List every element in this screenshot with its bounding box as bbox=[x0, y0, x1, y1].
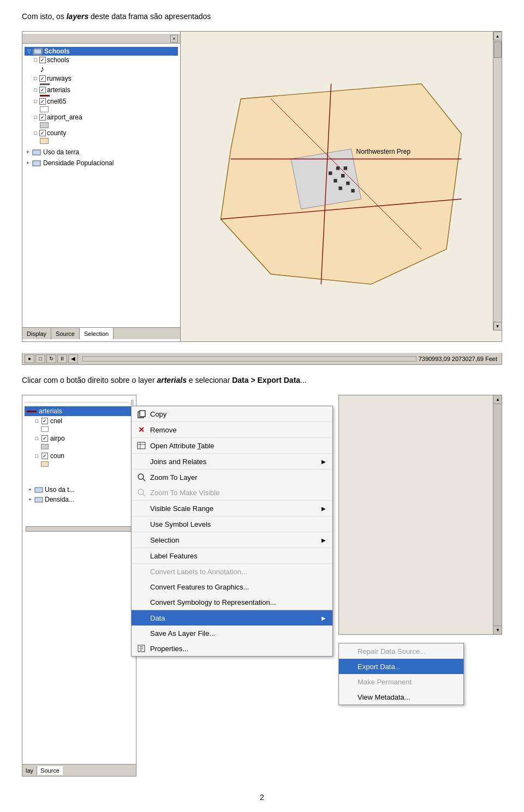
schools-child-label: schools bbox=[47, 56, 69, 64]
cnel-label-2: cnel bbox=[50, 417, 62, 425]
symbol-county bbox=[25, 137, 178, 145]
menu-item-selection[interactable]: Selection ▶ bbox=[132, 532, 332, 548]
menu-item-joins[interactable]: Joins and Relates ▶ bbox=[132, 454, 332, 470]
layer-cnel65[interactable]: □ cnel65 bbox=[25, 97, 178, 106]
scroll-down-button[interactable]: ▼ bbox=[493, 322, 502, 330]
square-button[interactable]: □ bbox=[35, 354, 45, 363]
scroll-up-button[interactable]: ▲ bbox=[493, 32, 502, 40]
map2-vscroll[interactable]: ▲ ▼ bbox=[493, 395, 502, 634]
submenu-item-export[interactable]: Export Data... bbox=[339, 659, 463, 674]
toc-panel: × ▽ Schools □ schools bbox=[22, 32, 181, 341]
pause-button[interactable]: ⏸ bbox=[57, 354, 67, 363]
expand-icon-runways: □ bbox=[32, 75, 39, 82]
back-button[interactable]: ◀ bbox=[68, 354, 78, 363]
layer-densidade[interactable]: + Densidade Populacional bbox=[25, 159, 178, 167]
menu-item-symbol-levels[interactable]: Use Symbol Levels bbox=[132, 516, 332, 532]
expand-icon-uso: + bbox=[25, 149, 31, 155]
menu-item-label-features[interactable]: Label Features bbox=[132, 548, 332, 564]
checkbox-county[interactable] bbox=[39, 130, 46, 136]
checkbox-schools[interactable] bbox=[39, 57, 46, 63]
arterials-line-sym bbox=[27, 411, 37, 412]
checkbox-airport[interactable] bbox=[39, 114, 46, 121]
visible-scale-label: Visible Scale Range bbox=[150, 504, 213, 513]
properties-label: Properties... bbox=[150, 645, 188, 653]
checkbox-cnel65[interactable] bbox=[39, 98, 46, 105]
menu-item-open-attr[interactable]: Open Attribute Table bbox=[132, 438, 332, 454]
scroll-thumb-v[interactable] bbox=[494, 41, 502, 58]
globe-button[interactable]: ● bbox=[25, 354, 34, 363]
layer-airport[interactable]: □ airport_area bbox=[25, 113, 178, 122]
toc-tabs: Display Source Selection bbox=[22, 327, 180, 339]
layer-arterials-2[interactable]: arterials bbox=[25, 406, 134, 416]
layer-airpo-2[interactable]: □ airpo bbox=[25, 434, 134, 442]
tab2-source[interactable]: Source bbox=[37, 766, 63, 775]
intro-paragraph: Com isto, os layers deste data frama são… bbox=[22, 11, 502, 22]
scroll2-track bbox=[493, 404, 502, 625]
layer-arterials[interactable]: □ arterials bbox=[25, 86, 178, 94]
scroll2-down[interactable]: ▼ bbox=[493, 625, 502, 634]
toc-close-button[interactable]: × bbox=[170, 35, 178, 43]
toc2-scroll[interactable] bbox=[26, 526, 133, 532]
chk-airpo[interactable] bbox=[41, 435, 48, 442]
checkbox-runways[interactable] bbox=[39, 75, 46, 82]
coords-display: 7390993,09 2073027,69 Feet bbox=[419, 356, 502, 362]
menu-item-data[interactable]: Data ▶ bbox=[132, 610, 332, 625]
menu-item-convert-labels: Convert Labels to Annotation... bbox=[132, 564, 332, 579]
convert-features-label: Convert Features to Graphics... bbox=[150, 583, 249, 591]
data-arrow: ▶ bbox=[317, 615, 326, 621]
menu-item-properties[interactable]: Properties... bbox=[132, 641, 332, 656]
uso-stack-icon bbox=[32, 148, 41, 156]
menu-item-save-layer[interactable]: Save As Layer File... bbox=[132, 625, 332, 641]
svg-rect-25 bbox=[140, 411, 145, 417]
densidade-label-2: Densida... bbox=[45, 496, 74, 503]
submenu-item-metadata[interactable]: View Metadata... bbox=[339, 689, 463, 705]
visible-scale-arrow: ▶ bbox=[317, 506, 326, 512]
layer-county[interactable]: □ county bbox=[25, 129, 178, 137]
layer-cnel-2[interactable]: □ cnel bbox=[25, 416, 134, 425]
menu-item-zoom-layer[interactable]: Zoom To Layer bbox=[132, 470, 332, 485]
layer-uso-2[interactable]: + Uso da t... bbox=[25, 485, 134, 495]
map2-content bbox=[339, 395, 493, 634]
convert-features-icon bbox=[136, 581, 147, 592]
toc-content: ▽ Schools □ schools ♪ bbox=[22, 45, 180, 327]
scroll-bar-h[interactable] bbox=[82, 356, 416, 362]
tab-display[interactable]: Display bbox=[22, 328, 51, 339]
scroll2-up[interactable]: ▲ bbox=[493, 395, 502, 404]
runways-label: runways bbox=[47, 75, 72, 82]
joins-arrow: ▶ bbox=[317, 459, 326, 465]
menu-item-convert-symbology[interactable]: Convert Symbology to Representation... bbox=[132, 594, 332, 610]
export-icon bbox=[343, 661, 354, 672]
svg-rect-23 bbox=[35, 497, 43, 502]
svg-rect-17 bbox=[341, 174, 344, 177]
metadata-icon bbox=[343, 691, 354, 702]
chk-coun[interactable] bbox=[41, 453, 48, 459]
tab-source[interactable]: Source bbox=[51, 328, 80, 339]
data-label: Data bbox=[150, 614, 165, 622]
checkbox-arterials[interactable] bbox=[39, 87, 46, 93]
zoom-layer-label: Zoom To Layer bbox=[150, 473, 197, 482]
toc2-separator: || bbox=[25, 398, 134, 406]
toc2-tabs: lay Source bbox=[22, 764, 136, 776]
cnel65-label: cnel65 bbox=[47, 98, 66, 105]
layer-runways[interactable]: □ runways bbox=[25, 74, 178, 83]
scroll-track-v bbox=[494, 40, 502, 322]
tab2-display[interactable]: lay bbox=[22, 766, 37, 775]
save-layer-icon bbox=[136, 628, 147, 639]
layer-densidade-2[interactable]: + Densida... bbox=[25, 495, 134, 504]
permanent-icon bbox=[343, 676, 354, 687]
refresh-button[interactable]: ↻ bbox=[46, 354, 56, 363]
map-scrollbar-vertical[interactable]: ▲ ▼ bbox=[493, 32, 502, 330]
menu-item-copy[interactable]: Copy bbox=[132, 406, 332, 422]
svg-rect-18 bbox=[346, 182, 349, 185]
menu-item-visible-scale[interactable]: Visible Scale Range ▶ bbox=[132, 501, 332, 516]
layer-coun-2[interactable]: □ coun bbox=[25, 451, 134, 460]
menu-item-convert-features[interactable]: Convert Features to Graphics... bbox=[132, 579, 332, 594]
layer-schools[interactable]: □ schools bbox=[25, 56, 178, 64]
chk-cnel[interactable] bbox=[41, 418, 48, 424]
svg-rect-26 bbox=[138, 442, 145, 449]
menu-item-remove[interactable]: ✕ Remove bbox=[132, 422, 332, 438]
uso-label-2: Uso da t... bbox=[45, 486, 75, 494]
layer-uso-da-terra[interactable]: + Uso da terra bbox=[25, 148, 178, 157]
layer-group-schools[interactable]: ▽ Schools bbox=[25, 47, 178, 56]
tab-selection[interactable]: Selection bbox=[80, 328, 114, 339]
